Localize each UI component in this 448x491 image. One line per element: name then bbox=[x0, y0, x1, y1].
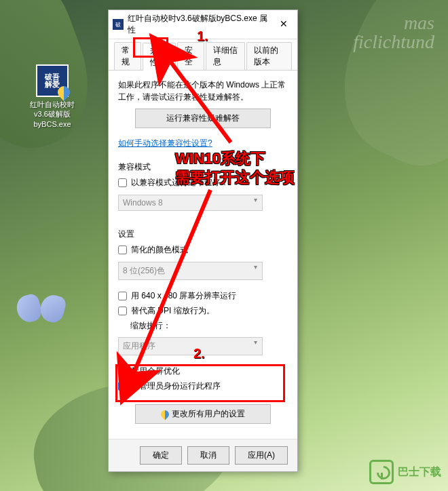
color-select-wrap: 8 位(256)色 bbox=[118, 259, 263, 287]
annotation-line-1: WIN10系统下 bbox=[175, 149, 295, 168]
annotation-text: WIN10系统下 需要打开这个选项 bbox=[175, 149, 295, 186]
fullscreen-opt-checkbox[interactable]: 禁用全屏优化 bbox=[118, 366, 288, 377]
tab-compatibility[interactable]: 兼容性 bbox=[143, 43, 176, 71]
troubleshoot-button[interactable]: 运行兼容性疑难解答 bbox=[135, 109, 271, 128]
settings-label: 设置 bbox=[118, 229, 288, 240]
dialog-actions: 确定 取消 应用(A) bbox=[109, 439, 297, 471]
properties-dialog: 破 红叶自动校时v3.6破解版byBCS.exe 属性 ✕ 常规 兼容性 安全 … bbox=[108, 9, 298, 472]
low-res-checkbox[interactable]: 用 640 x 480 屏幕分辨率运行 bbox=[118, 290, 288, 302]
annotation-number-1: 1. bbox=[197, 28, 208, 44]
run-as-admin-text: 以管理员身份运行此程序 bbox=[131, 380, 221, 392]
change-all-users-button[interactable]: 更改所有用户的设置 bbox=[135, 404, 271, 424]
reduced-color-checkbox[interactable]: 简化的颜色模式 bbox=[118, 244, 288, 256]
cancel-button[interactable]: 取消 bbox=[187, 446, 229, 465]
fullscreen-opt-text: 禁用全屏优化 bbox=[131, 366, 180, 377]
dpi-override-check[interactable] bbox=[118, 307, 127, 315]
dpi-select: 应用程序 bbox=[118, 337, 263, 355]
tab-content: 如果此程序不能在这个版本的 Windows 上正常工作，请尝试运行兼容性疑难解答… bbox=[109, 71, 297, 439]
dpi-sublabel: 缩放执行： bbox=[130, 320, 288, 332]
reduced-color-text: 简化的颜色模式 bbox=[131, 244, 188, 256]
ok-button[interactable]: 确定 bbox=[140, 446, 182, 465]
apply-button[interactable]: 应用(A) bbox=[235, 446, 288, 465]
run-as-admin-check[interactable] bbox=[118, 382, 127, 391]
dpi-override-text: 替代高 DPI 缩放行为。 bbox=[131, 305, 214, 317]
manual-settings-link[interactable]: 如何手动选择兼容性设置? bbox=[118, 138, 212, 149]
compat-os-select-wrap: Windows 8 bbox=[118, 192, 263, 218]
bottom-watermark: 巴士下载 bbox=[369, 460, 441, 484]
compat-info-text: 如果此程序不能在这个版本的 Windows 上正常工作，请尝试运行兼容性疑难解答… bbox=[118, 79, 288, 103]
dpi-select-wrap: 应用程序 bbox=[118, 334, 263, 362]
desktop-exe-icon[interactable]: 破吾解爱 红叶自动校时v3.6破解版byBCS.exe bbox=[26, 64, 79, 129]
low-res-check[interactable] bbox=[118, 292, 127, 300]
tab-general[interactable]: 常规 bbox=[114, 42, 141, 70]
fullscreen-opt-check[interactable] bbox=[118, 367, 127, 376]
close-button[interactable]: ✕ bbox=[274, 18, 293, 31]
color-select: 8 位(256)色 bbox=[118, 262, 263, 280]
bg-butterfly bbox=[14, 292, 68, 339]
watermark-text: 巴士下载 bbox=[398, 465, 441, 479]
annotation-number-2: 2. bbox=[193, 346, 205, 361]
reduced-color-check[interactable] bbox=[118, 246, 127, 254]
watermark-icon bbox=[369, 460, 394, 484]
run-as-admin-checkbox[interactable]: 以管理员身份运行此程序 bbox=[118, 380, 288, 392]
low-res-text: 用 640 x 480 屏幕分辨率运行 bbox=[131, 290, 236, 302]
dialog-app-icon: 破 bbox=[113, 19, 124, 30]
watermark-top-right: masficlichtund bbox=[353, 14, 434, 52]
compat-mode-check[interactable] bbox=[118, 178, 127, 187]
exe-icon: 破吾解爱 bbox=[36, 64, 69, 97]
desktop-icon-label: 红叶自动校时v3.6破解版byBCS.exe bbox=[26, 100, 79, 129]
tab-previous-versions[interactable]: 以前的版本 bbox=[246, 42, 292, 70]
dpi-override-checkbox[interactable]: 替代高 DPI 缩放行为。 bbox=[118, 305, 288, 317]
tab-security[interactable]: 安全 bbox=[177, 42, 204, 70]
tab-details[interactable]: 详细信息 bbox=[206, 42, 245, 70]
compat-os-select: Windows 8 bbox=[118, 195, 263, 211]
annotation-line-2: 需要打开这个选项 bbox=[175, 168, 295, 187]
